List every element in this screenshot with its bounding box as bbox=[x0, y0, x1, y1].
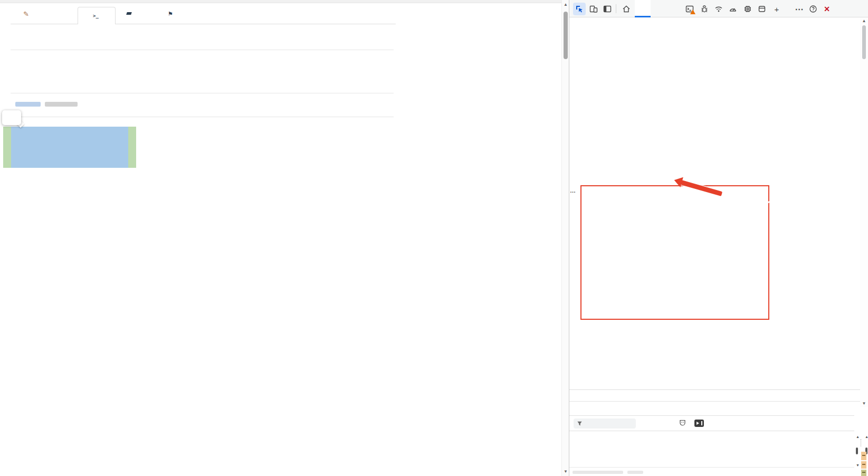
home-icon[interactable] bbox=[620, 3, 633, 15]
obscured-link-text bbox=[15, 102, 41, 107]
flag-icon: ⚑ bbox=[168, 11, 173, 17]
page-scrollbar-thumb[interactable] bbox=[564, 12, 568, 59]
close-icon[interactable]: ✕ bbox=[821, 3, 833, 15]
page-scrollbar[interactable]: ▲ ▼ bbox=[561, 0, 569, 476]
obscured-text bbox=[45, 102, 78, 107]
node-menu-dots[interactable]: … bbox=[570, 187, 576, 194]
highlight-padding-right bbox=[128, 127, 136, 168]
brush-icon: ✎ bbox=[23, 10, 29, 18]
highlight-content-box bbox=[11, 127, 128, 168]
scroll-down-icon[interactable]: ▼ bbox=[562, 469, 569, 474]
devtools-toolbar: + ⋯ ✕ bbox=[569, 0, 868, 17]
nav-link-brand[interactable]: ✎ bbox=[23, 10, 31, 18]
warning-badge-icon bbox=[690, 9, 695, 14]
divider bbox=[11, 50, 394, 50]
highlight-padding-left bbox=[3, 127, 11, 168]
clipped-rule-text bbox=[627, 471, 643, 474]
graduation-cap-icon bbox=[126, 12, 132, 15]
filter-funnel-icon bbox=[577, 421, 583, 426]
screenshot-root: ✎ >_ ⚑ ▲ ▼ bbox=[0, 0, 868, 476]
browser-page: ✎ >_ ⚑ bbox=[0, 0, 561, 476]
scrollbar-thumb[interactable] bbox=[856, 448, 858, 454]
ruler-dotted-line bbox=[861, 439, 866, 446]
nav-tab-sandbox[interactable]: >_ bbox=[78, 7, 116, 24]
inspect-tooltip bbox=[2, 110, 21, 125]
help-icon[interactable] bbox=[807, 3, 819, 15]
ruler-mark bbox=[861, 470, 866, 476]
computed-sidebar-toggle-icon[interactable] bbox=[694, 420, 704, 427]
add-tab-icon[interactable]: + bbox=[770, 3, 783, 15]
divider bbox=[11, 93, 394, 93]
scroll-up-icon[interactable]: ▲ bbox=[865, 435, 868, 439]
styles-filter[interactable] bbox=[574, 418, 636, 429]
panel-layout-icon[interactable] bbox=[601, 3, 614, 15]
rendering-badge-icon[interactable] bbox=[679, 420, 686, 427]
scroll-up-icon[interactable]: ▲ bbox=[562, 2, 569, 7]
bug-icon[interactable] bbox=[698, 3, 711, 15]
domtree-scrollbar-thumb[interactable] bbox=[862, 25, 866, 59]
page-title bbox=[11, 27, 15, 44]
filter-input[interactable] bbox=[585, 420, 633, 426]
nav-link-lessons[interactable] bbox=[127, 10, 133, 17]
nav-border bbox=[11, 24, 396, 24]
hint-line bbox=[11, 101, 80, 107]
terminal-icon: >_ bbox=[93, 13, 99, 18]
ruler-mark bbox=[861, 461, 866, 469]
rule-divider bbox=[569, 467, 854, 468]
cpu-icon[interactable] bbox=[741, 3, 754, 15]
console-icon[interactable] bbox=[683, 3, 696, 15]
domtree-scrollbar[interactable]: ▲ ▼ bbox=[860, 17, 868, 407]
scroll-up-icon[interactable]: ▲ bbox=[856, 435, 860, 439]
device-emulation-icon[interactable] bbox=[587, 3, 600, 15]
inspect-icon[interactable] bbox=[573, 3, 586, 15]
ruler-mark bbox=[861, 452, 866, 460]
toolbar-divider bbox=[616, 4, 616, 13]
storage-icon[interactable] bbox=[756, 3, 768, 15]
performance-icon[interactable] bbox=[727, 3, 739, 15]
more-options-icon[interactable]: ⋯ bbox=[793, 3, 806, 15]
tab-elements[interactable] bbox=[635, 0, 651, 17]
devtools-panel: + ⋯ ✕ bbox=[569, 0, 868, 476]
styles-filter-bar bbox=[569, 415, 854, 431]
styles-panel-tabs bbox=[569, 401, 868, 415]
scroll-down-icon[interactable]: ▼ bbox=[860, 401, 868, 406]
divider bbox=[11, 117, 394, 117]
network-conditions-icon[interactable] bbox=[712, 3, 725, 15]
scroll-up-icon[interactable]: ▲ bbox=[860, 18, 868, 23]
dom-tree bbox=[569, 17, 861, 407]
styles-rules bbox=[569, 432, 854, 476]
breadcrumb bbox=[569, 389, 868, 401]
nav-link-faq[interactable]: ⚑ bbox=[168, 10, 175, 17]
site-nav: ✎ >_ ⚑ bbox=[0, 3, 561, 21]
scroll-down-icon[interactable]: ▼ bbox=[856, 463, 860, 467]
styles-overview-ruler: ▲ ▲ ▼ bbox=[855, 434, 868, 476]
clipped-rule-text bbox=[573, 471, 623, 474]
